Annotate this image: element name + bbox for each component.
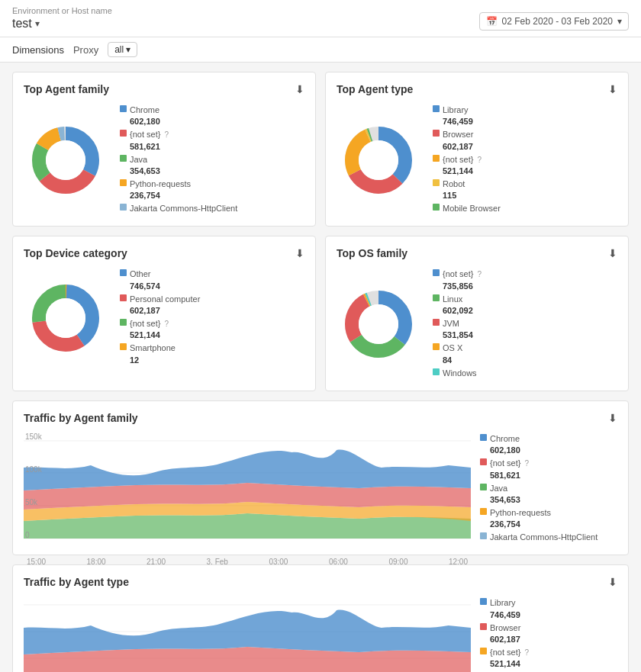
agent-family-donut-container: Chrome 602,180 {not set} ? 581,621 Java … [24, 104, 304, 215]
personal-computer-color [120, 294, 127, 301]
env-section: Environment or Host name test ▾ [12, 6, 112, 31]
env-name: test [12, 17, 32, 31]
chrome2-color [480, 434, 487, 441]
download-traffic-agent-family-button[interactable]: ⬇ [608, 412, 617, 424]
x-axis-labels: 15:00 18:00 21:00 3. Feb 03:00 06:00 09:… [24, 558, 471, 566]
help-icon: ? [477, 270, 482, 278]
x-label: 03:00 [269, 558, 288, 566]
all-dropdown[interactable]: all ▾ [108, 42, 137, 57]
download-agent-family-button[interactable]: ⬇ [295, 83, 304, 95]
legend-item: Smartphone [120, 342, 200, 353]
download-traffic-agent-type-button[interactable]: ⬇ [608, 576, 617, 588]
legend-item: Java [480, 483, 617, 494]
x-label: 06:00 [329, 558, 348, 566]
calendar-icon: 📅 [486, 16, 498, 27]
help-icon: ? [524, 459, 529, 468]
legend-item: Chrome [480, 433, 617, 444]
svg-point-19 [46, 298, 85, 338]
robot-color [433, 179, 440, 186]
jvm-color [433, 319, 440, 326]
date-dropdown-icon: ▾ [617, 16, 622, 27]
traffic-agent-type-title: Traffic by Agent type ⬇ [24, 576, 617, 588]
top-os-family-title: Top OS family ⬇ [337, 247, 617, 259]
env-select[interactable]: test ▾ [12, 17, 112, 31]
x-label: 18:00 [87, 558, 106, 566]
notset3-color [120, 319, 127, 326]
legend-item: Browser [480, 622, 617, 633]
legend-item: Robot [433, 178, 501, 189]
top-agent-family-card: Top Agent family ⬇ [12, 72, 316, 227]
os-family-legend: {not set} ? 735,856 Linux 602,092 JVM 53… [433, 268, 482, 379]
svg-point-26 [359, 304, 398, 344]
agent-family-donut-chart [24, 118, 108, 202]
top-agent-type-title: Top Agent type ⬇ [337, 83, 617, 95]
x-label: 3. Feb [207, 558, 228, 566]
other-color [120, 269, 127, 276]
top-agent-type-card: Top Agent type ⬇ [325, 72, 629, 227]
linux-color [433, 294, 440, 301]
notset2-color [433, 155, 440, 162]
legend-item: Personal computer [120, 294, 200, 304]
library-color [433, 105, 440, 112]
jakarta2-color [480, 532, 487, 539]
traffic-agent-type-card: Traffic by Agent type ⬇ 15:00 18:00 [12, 564, 629, 672]
device-category-legend: Other 746,574 Personal computer 602,187 … [120, 268, 200, 367]
traffic-agent-family-card: Traffic by Agent family ⬇ [12, 400, 629, 555]
download-agent-type-button[interactable]: ⬇ [608, 83, 617, 95]
agent-type-donut-chart [337, 118, 420, 202]
top-device-category-title: Top Device category ⬇ [24, 247, 304, 259]
header: Environment or Host name test ▾ 📅 02 Feb… [0, 0, 641, 37]
os-family-donut-container: {not set} ? 735,856 Linux 602,092 JVM 53… [337, 268, 617, 379]
legend-item: Jakarta Commons-HttpClient [120, 203, 237, 214]
legend-item: Python-requests [480, 507, 617, 518]
agent-type-legend: Library 746,459 Browser 602,187 {not set… [433, 104, 501, 215]
dimensions-label: Dimensions [12, 44, 64, 56]
legend-item: Chrome [120, 104, 237, 115]
dropdown-arrow-icon[interactable]: ▾ [35, 18, 40, 29]
legend-item: {not set} ? [433, 154, 501, 165]
browser2-color [480, 623, 487, 630]
legend-item: JVM [433, 318, 482, 329]
mobile-browser-color [433, 204, 440, 211]
traffic-agent-family-legend: Chrome 602,180 {not set} ? 581,621 Java … [480, 433, 617, 544]
legend-item: Linux [433, 294, 482, 304]
library2-color [480, 598, 487, 605]
help-icon: ? [524, 648, 529, 657]
traffic-agent-type-chart: 15:00 18:00 21:00 3. Feb 03:00 06:00 09:… [24, 597, 471, 672]
traffic-agent-family-svg [24, 433, 471, 555]
legend-item: {not set} ? [480, 458, 617, 468]
top-os-family-card: Top OS family ⬇ [325, 236, 629, 391]
legend-item: OS X [433, 342, 482, 353]
download-os-family-button[interactable]: ⬇ [608, 247, 617, 259]
legend-item: {not set} ? [433, 268, 482, 279]
legend-item: Windows [433, 368, 482, 378]
device-category-donut-chart [24, 276, 108, 360]
traffic-agent-family-inner: 15:00 18:00 21:00 3. Feb 03:00 06:00 09:… [24, 433, 617, 544]
java-color [120, 155, 127, 162]
x-label: 21:00 [147, 558, 166, 566]
device-category-donut-container: Other 746,574 Personal computer 602,187 … [24, 268, 304, 367]
main-content: Top Agent family ⬇ [0, 63, 641, 672]
legend-item: Jakarta Commons-HttpClient [480, 532, 617, 542]
legend-item: Other [120, 268, 200, 279]
python-color [120, 179, 127, 186]
download-device-category-button[interactable]: ⬇ [295, 247, 304, 259]
traffic-agent-family-chart: 15:00 18:00 21:00 3. Feb 03:00 06:00 09:… [24, 433, 471, 544]
svg-point-6 [46, 140, 85, 180]
legend-item: Browser [433, 129, 501, 140]
notset-color [120, 130, 127, 137]
x-label: 12:00 [449, 558, 468, 566]
legend-item: Library [480, 597, 617, 608]
help-icon: ? [164, 320, 169, 328]
legend-item: {not set} ? [480, 647, 617, 658]
all-value: all [114, 44, 124, 55]
help-icon: ? [164, 130, 169, 139]
top-charts-row: Top Agent family ⬇ [12, 72, 629, 227]
date-range-picker[interactable]: 📅 02 Feb 2020 - 03 Feb 2020 ▾ [479, 12, 629, 31]
top-device-category-card: Top Device category ⬇ [12, 236, 316, 391]
java2-color [480, 484, 487, 490]
legend-item: Library [433, 104, 501, 115]
legend-item: Mobile Browser [433, 203, 501, 214]
proxy-label: Proxy [73, 44, 98, 56]
traffic-agent-type-svg [24, 597, 471, 672]
